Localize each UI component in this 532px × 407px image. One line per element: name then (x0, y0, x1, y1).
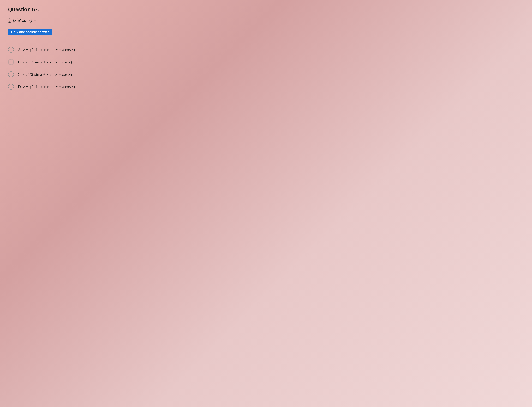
radio-b[interactable] (8, 59, 14, 65)
radio-a[interactable] (8, 47, 14, 53)
options-container: A. x ex (2 sin x + x sin x + x cos x) B.… (8, 47, 524, 90)
divider (8, 40, 524, 40)
option-c-text: C. x ex (2 sin x + x sin x + cos x) (18, 72, 72, 77)
radio-c[interactable] (8, 71, 14, 77)
option-a[interactable]: A. x ex (2 sin x + x sin x + x cos x) (8, 47, 524, 53)
radio-d[interactable] (8, 84, 14, 90)
question-title: Question 67: (8, 7, 524, 13)
option-d-text: D. x ex (2 sin x + x sin x − x cos x) (18, 84, 75, 89)
derivative-operator: d dx (8, 17, 11, 24)
option-b[interactable]: B. x ex (2 sin x + x sin x − cos x) (8, 59, 524, 65)
option-c[interactable]: C. x ex (2 sin x + x sin x + cos x) (8, 71, 524, 77)
formula-container: d dx (x2ex sin x) = (8, 17, 524, 24)
option-d[interactable]: D. x ex (2 sin x + x sin x − x cos x) (8, 84, 524, 90)
formula-expression: (x2ex sin x) = (13, 18, 36, 23)
option-b-text: B. x ex (2 sin x + x sin x − cos x) (18, 60, 72, 65)
answer-badge: Only one correct answer (8, 29, 52, 35)
option-a-text: A. x ex (2 sin x + x sin x + x cos x) (18, 47, 75, 52)
